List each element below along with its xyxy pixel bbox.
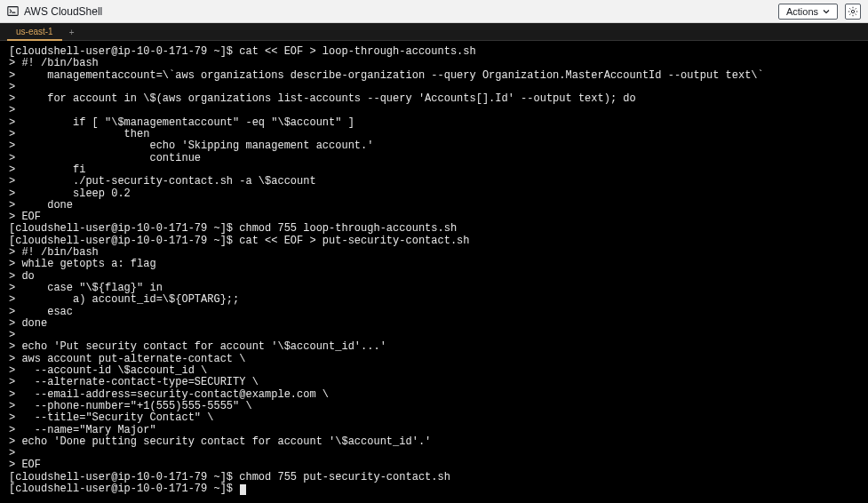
header-left: AWS CloudShell bbox=[7, 5, 778, 18]
svg-rect-0 bbox=[8, 7, 18, 16]
terminal-current-prompt: [cloudshell-user@ip-10-0-171-79 ~]$ bbox=[9, 483, 239, 495]
gear-icon bbox=[848, 6, 858, 17]
terminal-lines: [cloudshell-user@ip-10-0-171-79 ~]$ cat … bbox=[9, 45, 764, 483]
tab-region[interactable]: us-east-1 bbox=[7, 24, 62, 41]
app-title: AWS CloudShell bbox=[24, 5, 102, 18]
plus-icon: + bbox=[69, 28, 75, 37]
svg-point-1 bbox=[851, 10, 854, 12]
tab-label: us-east-1 bbox=[16, 27, 53, 36]
cloudshell-icon bbox=[7, 5, 19, 17]
settings-button[interactable] bbox=[845, 4, 861, 20]
actions-label: Actions bbox=[786, 6, 818, 17]
header-right: Actions bbox=[778, 4, 861, 20]
caret-down-icon bbox=[823, 9, 830, 14]
actions-button[interactable]: Actions bbox=[778, 4, 838, 20]
tab-bar: us-east-1 + bbox=[0, 23, 868, 41]
tab-add-button[interactable]: + bbox=[62, 25, 82, 40]
header-bar: AWS CloudShell Actions bbox=[0, 0, 868, 23]
terminal-cursor bbox=[240, 484, 246, 495]
terminal-output[interactable]: [cloudshell-user@ip-10-0-171-79 ~]$ cat … bbox=[0, 41, 868, 503]
